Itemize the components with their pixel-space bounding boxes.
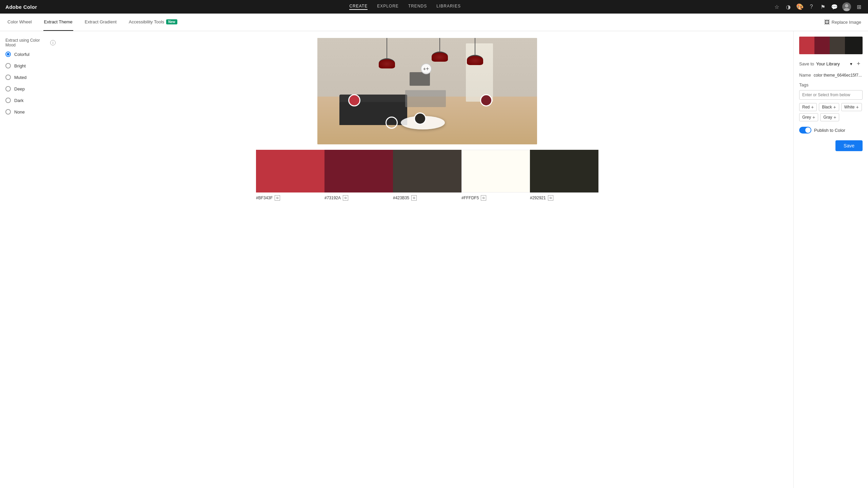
palette-strip: #BF343F ⧉ #73192A ⧉ #423B35 ⧉	[256, 150, 598, 201]
tab-extract-theme[interactable]: Extract Theme	[43, 14, 73, 31]
nav-icons: ☆ ◑ 🎨 ? ⚑ 💬 ⊞	[773, 2, 863, 11]
pendant-light-2	[432, 38, 448, 62]
tag-black-add[interactable]: +	[833, 104, 836, 110]
tag-gray[interactable]: Gray +	[820, 113, 839, 121]
picker-dot-red-2[interactable]	[480, 94, 492, 106]
picker-dot-white[interactable]: +	[421, 63, 432, 74]
library-dropdown[interactable]: Your Library ▾	[816, 61, 852, 66]
mood-radio-group: Colorful Bright Muted Deep Dark None	[5, 52, 56, 115]
apps-icon[interactable]: ⊞	[855, 3, 863, 11]
swatch-3[interactable]	[393, 150, 461, 192]
main-layout: Extract using Color Mood i Colorful Brig…	[0, 31, 868, 488]
tags-chips: Red + Black + White + Grey + Gray +	[799, 103, 863, 121]
swatch-2-label: #73192A ⧉	[324, 195, 393, 201]
monitor	[410, 72, 430, 86]
publish-label: Publish to Color	[814, 128, 845, 133]
chat-icon[interactable]: 💬	[831, 3, 838, 11]
svg-point-1	[844, 8, 850, 11]
name-label: Name	[799, 73, 811, 78]
picker-dot-outline[interactable]	[386, 117, 398, 129]
radio-bright-circle	[5, 63, 11, 68]
tab-color-wheel[interactable]: Color Wheel	[7, 14, 33, 31]
swatch-1-label: #BF343F ⧉	[256, 195, 324, 201]
swatch-2[interactable]	[324, 150, 393, 192]
avatar[interactable]	[842, 2, 851, 11]
picker-dot-dark[interactable]	[414, 113, 426, 125]
preview-swatch-dark	[845, 37, 863, 54]
image-container[interactable]: +	[317, 38, 537, 144]
copy-icon-2[interactable]: ⧉	[343, 195, 348, 201]
name-row: Name color theme_6646ec15f7...	[799, 73, 863, 78]
tabs-bar: Color Wheel Extract Theme Extract Gradie…	[0, 14, 868, 31]
center-panel: + #BF343F ⧉	[61, 31, 793, 488]
publish-toggle[interactable]	[799, 127, 811, 134]
mood-none[interactable]: None	[5, 109, 56, 115]
left-panel: Extract using Color Mood i Colorful Brig…	[0, 31, 61, 488]
room-scene: +	[317, 38, 537, 144]
copy-icon-3[interactable]: ⧉	[411, 195, 417, 201]
pendant-light-1	[379, 38, 395, 68]
moon-icon[interactable]: ◑	[785, 3, 792, 11]
radio-muted-circle	[5, 75, 11, 80]
tags-label: Tags	[799, 82, 863, 87]
add-library-button[interactable]: +	[854, 60, 863, 68]
preview-swatch-1	[799, 37, 814, 54]
mood-deep[interactable]: Deep	[5, 86, 56, 92]
tab-accessibility-tools[interactable]: Accessibility Tools New	[128, 14, 178, 31]
app-logo: Adobe Color	[5, 4, 37, 10]
right-panel: Save to Your Library ▾ + Name color them…	[793, 31, 868, 488]
flag-icon[interactable]: ⚑	[819, 3, 827, 11]
preview-swatch-2	[814, 37, 830, 54]
svg-point-0	[845, 4, 848, 7]
mood-colorful[interactable]: Colorful	[5, 52, 56, 57]
tags-input[interactable]	[799, 90, 863, 100]
tag-grey-add[interactable]: +	[812, 115, 815, 120]
publish-row: Publish to Color	[799, 127, 863, 134]
radio-colorful-circle	[5, 52, 11, 57]
swatch-1[interactable]	[256, 150, 324, 192]
color-wheel-icon[interactable]: 🎨	[796, 3, 804, 11]
mood-dark[interactable]: Dark	[5, 98, 56, 103]
copy-icon-4[interactable]: ⧉	[481, 195, 486, 201]
swatch-4-label: #FFFDF5 ⧉	[461, 195, 530, 201]
nav-create[interactable]: CREATE	[349, 4, 368, 10]
picker-dot-red-1[interactable]	[348, 94, 360, 106]
copy-icon-5[interactable]: ⧉	[548, 195, 553, 201]
swatch-4[interactable]	[461, 150, 530, 192]
tag-white[interactable]: White +	[841, 103, 862, 111]
swatch-3-label: #423B35 ⧉	[393, 195, 461, 201]
swatch-2-wrapper: #73192A ⧉	[324, 150, 393, 201]
radio-none-circle	[5, 109, 11, 115]
copy-icon-1[interactable]: ⧉	[275, 195, 280, 201]
swatch-3-wrapper: #423B35 ⧉	[393, 150, 461, 201]
tag-red[interactable]: Red +	[799, 103, 817, 111]
save-button[interactable]: Save	[835, 140, 863, 151]
tag-red-add[interactable]: +	[811, 104, 814, 110]
tag-black[interactable]: Black +	[819, 103, 839, 111]
swatch-5-label: #292921 ⧉	[530, 195, 598, 201]
tag-white-add[interactable]: +	[856, 104, 859, 110]
radio-deep-circle	[5, 86, 11, 92]
nav-explore[interactable]: EXPLORE	[377, 4, 399, 10]
mood-muted[interactable]: Muted	[5, 75, 56, 80]
info-icon[interactable]: i	[50, 40, 56, 45]
star-icon[interactable]: ☆	[773, 3, 781, 11]
save-to-row: Save to Your Library ▾ +	[799, 60, 863, 68]
desk	[405, 90, 446, 107]
radio-dark-circle	[5, 98, 11, 103]
help-icon[interactable]: ?	[808, 3, 815, 11]
tag-grey[interactable]: Grey +	[799, 113, 818, 121]
swatch-5[interactable]	[530, 150, 598, 192]
swatch-4-wrapper: #FFFDF5 ⧉	[461, 150, 530, 201]
swatch-5-wrapper: #292921 ⧉	[530, 150, 598, 201]
tab-extract-gradient[interactable]: Extract Gradient	[84, 14, 117, 31]
tag-gray-add[interactable]: +	[833, 115, 836, 120]
new-badge: New	[166, 19, 177, 24]
nav-trends[interactable]: TRENDS	[408, 4, 427, 10]
mood-bright[interactable]: Bright	[5, 63, 56, 68]
nav-links: CREATE EXPLORE TRENDS LIBRARIES	[48, 4, 762, 10]
chevron-down-icon: ▾	[850, 61, 852, 66]
image-icon: 🖼	[824, 19, 830, 25]
nav-libraries[interactable]: LIBRARIES	[436, 4, 461, 10]
replace-image-button[interactable]: 🖼 Replace Image	[824, 19, 861, 25]
